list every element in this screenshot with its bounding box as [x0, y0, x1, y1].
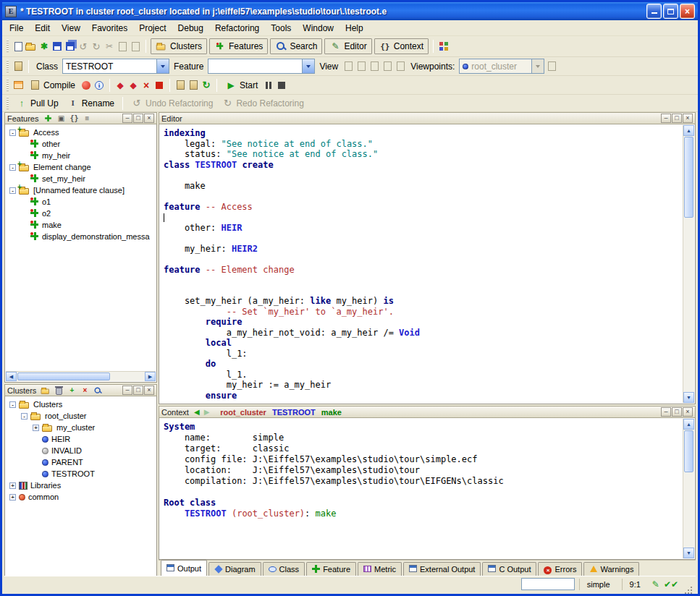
- menu-project[interactable]: Project: [133, 21, 172, 35]
- status-search-input[interactable]: [521, 578, 575, 590]
- menu-file[interactable]: File: [4, 21, 29, 35]
- save-icon[interactable]: [51, 41, 63, 52]
- stop-icon[interactable]: [276, 80, 287, 91]
- viewpoints-combo[interactable]: root_cluster: [459, 59, 544, 74]
- close-button[interactable]: ×: [680, 4, 695, 19]
- resize-grip[interactable]: [684, 580, 693, 589]
- view-icon-3[interactable]: [368, 61, 380, 72]
- clusters-close-button[interactable]: ×: [144, 386, 154, 395]
- toolbar-grip[interactable]: [7, 60, 9, 73]
- minimize-button[interactable]: [646, 4, 662, 19]
- open-system-icon[interactable]: [187, 80, 199, 91]
- context-body[interactable]: System name: simple target: classic conf…: [159, 418, 696, 560]
- freeze-icon[interactable]: ◆: [114, 80, 126, 91]
- editor-panel-header[interactable]: Editor – □ ×: [159, 112, 696, 124]
- editor-minimize-button[interactable]: –: [661, 114, 671, 123]
- menu-refactoring[interactable]: Refactoring: [209, 21, 265, 35]
- tab-c-output[interactable]: C Output: [482, 562, 536, 576]
- chevron-down-icon[interactable]: [156, 59, 169, 73]
- undo-icon[interactable]: ↺: [77, 41, 89, 52]
- scroll-down-icon[interactable]: ▼: [683, 548, 694, 558]
- open-class-icon[interactable]: [12, 61, 24, 72]
- tree-toggle[interactable]: +: [9, 494, 16, 501]
- tree-toggle[interactable]: -: [9, 164, 16, 171]
- editor-close-button[interactable]: ×: [683, 114, 693, 123]
- terminate-icon[interactable]: [153, 80, 165, 91]
- tree-item-element-change[interactable]: -+Element change: [5, 161, 156, 173]
- sync-status-icon[interactable]: ✔✔: [664, 579, 678, 589]
- raise-window-icon[interactable]: [174, 80, 186, 91]
- tree-item-invalid[interactable]: INVALID: [5, 445, 156, 456]
- tree-item-other[interactable]: other: [5, 138, 156, 150]
- tab-feature[interactable]: Feature: [306, 562, 356, 576]
- scrollbar-thumb[interactable]: [684, 137, 693, 218]
- new-item-icon[interactable]: ✱: [38, 41, 50, 52]
- context-vertical-scrollbar[interactable]: ▲ ▼: [683, 419, 694, 558]
- redo-icon[interactable]: ↻: [90, 41, 102, 52]
- clusters-toggle[interactable]: Clusters: [151, 38, 207, 54]
- compile-button[interactable]: Compile: [25, 77, 79, 93]
- tree-item-my-cluster[interactable]: +my_cluster: [5, 422, 156, 433]
- viewpoint-lock-icon[interactable]: [546, 61, 557, 72]
- search-toggle[interactable]: Search: [270, 38, 322, 54]
- scrollbar-thumb[interactable]: [684, 430, 693, 472]
- toolbar-grip[interactable]: [7, 40, 9, 53]
- tab-metric[interactable]: Metric: [358, 562, 402, 576]
- remove-class-icon[interactable]: ×: [80, 386, 90, 395]
- redo-refactoring-button[interactable]: ↻ Redo Refactoring: [218, 95, 307, 111]
- context-toggle[interactable]: {}Context: [374, 38, 429, 54]
- rename-button[interactable]: I Rename: [64, 95, 118, 111]
- clusters-minimize-button[interactable]: –: [122, 386, 132, 395]
- feature-combo[interactable]: [208, 59, 315, 74]
- forward-icon[interactable]: ▶: [204, 408, 210, 416]
- add-feature-icon[interactable]: [43, 114, 53, 123]
- features-toggle[interactable]: Features: [209, 38, 268, 54]
- menu-help[interactable]: Help: [340, 21, 369, 35]
- box-icon[interactable]: ▣: [56, 114, 66, 123]
- new-cluster-icon[interactable]: [41, 386, 51, 395]
- editor-maximize-button[interactable]: □: [672, 114, 682, 123]
- view-icon-4[interactable]: [381, 61, 393, 72]
- tree-toggle[interactable]: -: [9, 187, 16, 194]
- scroll-right-icon[interactable]: ▶: [145, 372, 156, 381]
- tree-item-common[interactable]: +common: [5, 491, 156, 503]
- tab-warnings[interactable]: Warnings: [583, 562, 639, 576]
- menu-debug[interactable]: Debug: [172, 21, 209, 35]
- tree-toggle[interactable]: +: [33, 425, 39, 431]
- refresh-icon[interactable]: ↻: [201, 80, 212, 91]
- tree-item-root-cluster[interactable]: -root_cluster: [5, 410, 156, 422]
- open-file-icon[interactable]: [25, 41, 37, 52]
- view-icon-5[interactable]: [395, 61, 406, 72]
- tree-item-libraries[interactable]: +Libraries: [5, 480, 156, 491]
- clusters-maximize-button[interactable]: □: [133, 386, 143, 395]
- breadcrumb-root-cluster[interactable]: root_cluster: [220, 408, 266, 417]
- menu-window[interactable]: Window: [297, 21, 340, 35]
- save-all-icon[interactable]: [64, 41, 76, 52]
- tree-item-testroot[interactable]: TESTROOT: [5, 468, 156, 480]
- start-button[interactable]: ▶ Start: [222, 77, 261, 93]
- titlebar[interactable]: E * TESTROOT in cluster root_cluster loc…: [2, 2, 698, 20]
- braces-icon[interactable]: {}: [69, 114, 79, 123]
- back-icon[interactable]: ◀: [194, 408, 200, 416]
- editor-body[interactable]: indexing legal: "See notice at end of cl…: [159, 124, 696, 404]
- undo-refactoring-button[interactable]: ↺ Undo Refactoring: [127, 95, 216, 111]
- class-combo[interactable]: TESTROOT: [62, 59, 169, 74]
- scrollbar-thumb[interactable]: [17, 372, 110, 380]
- tree-toggle[interactable]: -: [21, 413, 28, 420]
- delete-cluster-icon[interactable]: [54, 386, 64, 395]
- menu-tools[interactable]: Tools: [265, 21, 297, 35]
- clusters-panel-header[interactable]: Clusters + × – □ ×: [4, 384, 157, 396]
- view-icon-1[interactable]: [342, 61, 354, 72]
- context-minimize-button[interactable]: –: [661, 407, 671, 417]
- tab-class[interactable]: Class: [263, 562, 305, 576]
- chevron-down-icon[interactable]: [302, 59, 314, 73]
- add-class-icon[interactable]: +: [67, 386, 77, 395]
- tab-external-output[interactable]: External Output: [403, 562, 481, 576]
- tree-item-set-my-heir[interactable]: set_my_heir: [5, 173, 156, 184]
- tree-item-parent[interactable]: PARENT: [5, 456, 156, 468]
- pause-icon[interactable]: [263, 80, 274, 91]
- paste-icon[interactable]: [130, 41, 141, 52]
- menu-favorites[interactable]: Favorites: [86, 21, 133, 35]
- menu-edit[interactable]: Edit: [29, 21, 56, 35]
- list-icon[interactable]: ≡: [82, 114, 92, 123]
